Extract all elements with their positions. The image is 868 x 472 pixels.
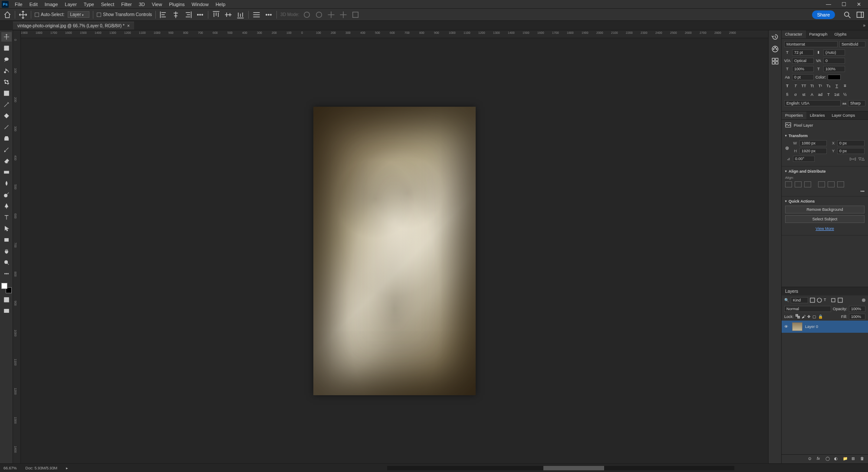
- new-layer-icon[interactable]: ⊞: [852, 456, 857, 462]
- zoom-level[interactable]: 66.67%: [3, 466, 17, 470]
- menu-image[interactable]: Image: [41, 1, 62, 8]
- menu-view[interactable]: View: [148, 1, 166, 8]
- group-icon[interactable]: 📁: [843, 456, 848, 462]
- quick-select-tool[interactable]: [1, 66, 12, 75]
- align-section-title[interactable]: Align and Distribute: [785, 169, 865, 174]
- flip-h-icon[interactable]: ▷◁: [850, 157, 856, 161]
- bold-icon[interactable]: T: [784, 83, 790, 89]
- fraction-icon[interactable]: ½: [842, 92, 848, 98]
- y-field[interactable]: 0 px: [837, 148, 865, 154]
- auto-select-checkbox[interactable]: Auto-Select:: [35, 12, 64, 17]
- ligature-icon[interactable]: fi: [784, 92, 790, 98]
- tab-character[interactable]: Character: [782, 30, 806, 38]
- layer-item[interactable]: 👁 Layer 0: [782, 321, 868, 333]
- discretionary-icon[interactable]: st: [801, 92, 807, 98]
- blend-mode-dropdown[interactable]: Normal: [784, 306, 831, 312]
- doc-info[interactable]: Doc: 5.93M/5.93M: [26, 466, 58, 470]
- view-more-link[interactable]: View More: [785, 225, 865, 233]
- layers-filter-kind[interactable]: Kind: [791, 297, 808, 303]
- height-field[interactable]: 1920 px: [799, 148, 827, 154]
- color-panel-icon[interactable]: [771, 45, 779, 52]
- lock-all-icon[interactable]: 🔒: [818, 315, 823, 319]
- underline-icon[interactable]: T: [834, 83, 840, 89]
- filter-toggle[interactable]: [862, 298, 865, 302]
- blur-tool[interactable]: [1, 179, 12, 188]
- tab-paragraph[interactable]: Paragraph: [806, 30, 831, 38]
- frame-tool[interactable]: [1, 88, 12, 98]
- menu-plugins[interactable]: Plugins: [165, 1, 188, 8]
- rectangle-tool[interactable]: [1, 235, 12, 245]
- brush-tool[interactable]: [1, 122, 12, 132]
- move-tool[interactable]: [1, 32, 12, 42]
- leading-field[interactable]: (Auto): [823, 49, 845, 56]
- delete-layer-icon[interactable]: 🗑: [860, 456, 865, 462]
- kerning-field[interactable]: Optical: [792, 58, 814, 64]
- stylistic-icon[interactable]: ad: [817, 92, 823, 98]
- foreground-color[interactable]: [1, 283, 7, 289]
- move-tool-icon[interactable]: [19, 11, 27, 19]
- font-family-field[interactable]: Montserrat: [784, 41, 838, 47]
- healing-brush-tool[interactable]: [1, 111, 12, 121]
- lock-artboard-icon[interactable]: ▢: [812, 315, 816, 319]
- eraser-tool[interactable]: [1, 156, 12, 166]
- align-more-icon[interactable]: •••: [785, 189, 865, 193]
- titling-icon[interactable]: T: [825, 92, 832, 98]
- align-bottom-icon[interactable]: [236, 11, 245, 19]
- marquee-tool[interactable]: [1, 43, 12, 53]
- align-top-icon[interactable]: [212, 11, 220, 19]
- align-v-centers-icon[interactable]: [828, 181, 835, 187]
- history-brush-tool[interactable]: [1, 145, 12, 154]
- align-h-centers-icon[interactable]: [795, 181, 802, 187]
- canvas-viewport[interactable]: [21, 38, 768, 463]
- zoom-tool[interactable]: [1, 258, 12, 267]
- tab-layer-comps[interactable]: Layer Comps: [829, 111, 859, 119]
- doc-info-arrow[interactable]: ▸: [66, 466, 68, 470]
- home-icon[interactable]: [3, 11, 11, 19]
- menu-layer[interactable]: Layer: [61, 1, 80, 8]
- quick-mask-tool[interactable]: [1, 295, 12, 305]
- search-icon[interactable]: [843, 11, 852, 19]
- eyedropper-tool[interactable]: [1, 100, 12, 109]
- menu-file[interactable]: File: [11, 1, 26, 8]
- flip-v-icon[interactable]: ▽△: [858, 157, 865, 161]
- angle-field[interactable]: 0.00°: [793, 156, 815, 162]
- swatches-panel-icon[interactable]: [771, 57, 779, 64]
- close-tab-icon[interactable]: ×: [127, 23, 130, 28]
- menu-edit[interactable]: Edit: [26, 1, 41, 8]
- horizontal-scrollbar[interactable]: [387, 466, 734, 470]
- align-top-edges-icon[interactable]: [818, 181, 825, 187]
- lock-pixels-icon[interactable]: 🖌: [802, 315, 806, 319]
- filter-shape-icon[interactable]: [831, 298, 836, 303]
- antialias-field[interactable]: Sharp: [848, 100, 865, 106]
- menu-filter[interactable]: Filter: [118, 1, 135, 8]
- opacity-field[interactable]: 100%: [849, 306, 865, 312]
- remove-background-button[interactable]: Remove Background: [785, 206, 865, 213]
- fill-field[interactable]: 100%: [849, 314, 865, 320]
- layers-panel-title[interactable]: Layers: [782, 287, 868, 295]
- align-bottom-edges-icon[interactable]: [837, 181, 844, 187]
- lasso-tool[interactable]: [1, 55, 12, 64]
- link-layers-icon[interactable]: ⊙: [808, 456, 813, 462]
- minimize-button[interactable]: —: [826, 1, 831, 7]
- tab-properties[interactable]: Properties: [782, 111, 806, 119]
- filter-pixel-icon[interactable]: [810, 298, 815, 303]
- lock-transparency-icon[interactable]: [796, 314, 800, 319]
- italic-icon[interactable]: T: [792, 83, 799, 89]
- allcaps-icon[interactable]: TT: [801, 83, 807, 89]
- distribute-icon[interactable]: [252, 11, 261, 19]
- menu-help[interactable]: Help: [212, 1, 229, 8]
- maximize-button[interactable]: ☐: [842, 1, 846, 7]
- pen-tool[interactable]: [1, 201, 12, 211]
- type-tool[interactable]: [1, 213, 12, 222]
- auto-select-dropdown[interactable]: Layer ▾: [68, 11, 89, 18]
- tab-libraries[interactable]: Libraries: [806, 111, 829, 119]
- more-align-icon[interactable]: [196, 11, 204, 19]
- fx-icon[interactable]: fx: [817, 456, 822, 462]
- more-options-icon[interactable]: [264, 11, 273, 19]
- strike-icon[interactable]: T: [842, 83, 848, 89]
- history-panel-icon[interactable]: [771, 33, 779, 40]
- align-left-icon[interactable]: [159, 11, 168, 19]
- link-dimensions-icon[interactable]: ⊗: [785, 145, 789, 151]
- document-canvas[interactable]: [313, 107, 476, 395]
- color-swatches[interactable]: [1, 283, 12, 293]
